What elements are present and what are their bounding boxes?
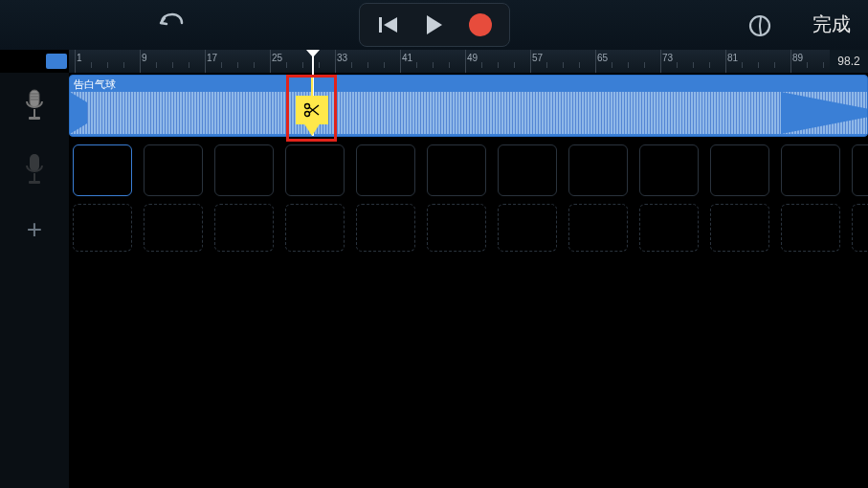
ruler-tick-label: 73 — [662, 53, 673, 63]
svg-rect-0 — [379, 17, 382, 33]
ruler-subtick — [351, 62, 352, 68]
ruler-subtick — [449, 62, 450, 68]
split-marker-tail — [303, 122, 321, 136]
loop-cell[interactable] — [639, 144, 699, 196]
track-lanes: 告白气球 — [69, 73, 868, 257]
loop-cell[interactable] — [852, 144, 868, 196]
split-marker-button[interactable] — [296, 96, 328, 124]
svg-rect-11 — [29, 181, 40, 184]
record-icon — [469, 13, 492, 36]
loop-cell[interactable] — [214, 204, 274, 252]
ruler-subtick — [563, 62, 564, 68]
scissors-icon — [303, 101, 321, 119]
audio-region[interactable]: 告白气球 — [69, 75, 868, 137]
record-button[interactable] — [457, 6, 503, 44]
ruler-tick-label: 9 — [142, 53, 147, 63]
loop-cell[interactable] — [710, 204, 769, 252]
loop-cell[interactable] — [356, 204, 415, 252]
tracks-area: + 告白气球 — [0, 73, 868, 488]
done-button[interactable]: 完成 — [812, 11, 851, 37]
undo-button[interactable] — [158, 11, 185, 38]
undo-icon — [158, 11, 185, 34]
loop-cell[interactable] — [214, 144, 274, 196]
loop-browser-button[interactable] — [747, 13, 772, 42]
ruler-subtick — [709, 62, 710, 68]
ruler-subtick — [644, 62, 645, 68]
ruler-tick-label: 57 — [532, 53, 543, 63]
ruler-tick — [595, 50, 596, 73]
loop-cell[interactable] — [73, 204, 132, 252]
top-toolbar: 完成 — [0, 0, 868, 50]
ruler-subtick — [237, 62, 238, 68]
timeline-ruler[interactable]: 1917253341495765738189 — [69, 50, 868, 73]
loop-cell[interactable] — [285, 204, 345, 252]
microphone-icon — [21, 152, 48, 187]
loop-cell[interactable] — [498, 144, 557, 196]
loop-cell[interactable] — [427, 204, 486, 252]
add-track-button[interactable]: + — [0, 201, 69, 258]
loop-cell[interactable] — [73, 144, 132, 196]
ruler-tick-label: 17 — [207, 53, 217, 63]
svg-rect-10 — [33, 173, 35, 181]
ruler-tick-label: 41 — [402, 53, 412, 63]
ruler-tick — [790, 50, 791, 73]
ruler-subtick — [107, 62, 108, 68]
loop-cell[interactable] — [498, 204, 557, 252]
ruler-tick-label: 89 — [792, 53, 803, 63]
loop-cell[interactable] — [427, 144, 486, 196]
loop-cell[interactable] — [781, 204, 840, 252]
ruler-subtick — [774, 62, 775, 68]
loop-cell[interactable] — [285, 144, 345, 196]
plus-icon: + — [27, 214, 42, 245]
ruler-tick — [140, 50, 141, 73]
svg-point-13 — [305, 112, 310, 117]
loop-cell[interactable] — [781, 144, 840, 196]
svg-point-12 — [305, 104, 310, 109]
ruler-tick-label: 33 — [337, 53, 347, 63]
ruler-tick — [725, 50, 726, 73]
svg-rect-5 — [29, 117, 40, 120]
ruler-subtick — [693, 62, 694, 68]
ruler-tick — [75, 50, 76, 73]
ruler-subtick — [628, 62, 629, 68]
loop-cell[interactable] — [568, 144, 628, 196]
ruler-subtick — [189, 62, 189, 68]
ruler-subtick — [123, 62, 124, 68]
ruler-tick — [400, 50, 401, 73]
go-to-start-button[interactable] — [366, 6, 412, 44]
ruler-subtick — [416, 62, 417, 68]
play-icon — [425, 14, 444, 35]
ruler-tick — [335, 50, 336, 73]
loop-cell[interactable] — [710, 144, 769, 196]
loop-icon — [747, 13, 772, 38]
track-headers: + — [0, 73, 69, 488]
transport-controls — [359, 3, 510, 47]
ruler-subtick — [481, 62, 482, 68]
ruler-subtick — [433, 62, 434, 68]
ruler-subtick — [254, 62, 255, 68]
loop-cell[interactable] — [568, 204, 628, 252]
playhead-handle[interactable] — [306, 50, 320, 57]
ruler-tick — [660, 50, 661, 73]
loop-cell[interactable] — [356, 144, 415, 196]
track-header-2[interactable] — [0, 137, 69, 201]
ruler-tick — [205, 50, 206, 73]
track-header-1[interactable] — [0, 73, 69, 137]
ruler-tick — [270, 50, 271, 73]
loop-cell[interactable] — [639, 204, 699, 252]
ruler-subtick — [579, 62, 580, 68]
live-loops-row-2 — [69, 200, 868, 257]
cycle-region-marker[interactable] — [46, 54, 67, 69]
loop-cell[interactable] — [144, 204, 203, 252]
split-position-line — [311, 75, 313, 98]
ruler-subtick — [156, 62, 157, 68]
ruler-tick-label: 1 — [77, 53, 82, 63]
ruler-subtick — [384, 62, 385, 68]
ruler-tick-label: 65 — [597, 53, 608, 63]
loop-cell[interactable] — [852, 204, 868, 252]
live-loops-row-1 — [69, 143, 868, 200]
svg-rect-9 — [30, 154, 39, 171]
waveform — [70, 92, 867, 134]
play-button[interactable] — [412, 6, 457, 44]
loop-cell[interactable] — [144, 144, 203, 196]
